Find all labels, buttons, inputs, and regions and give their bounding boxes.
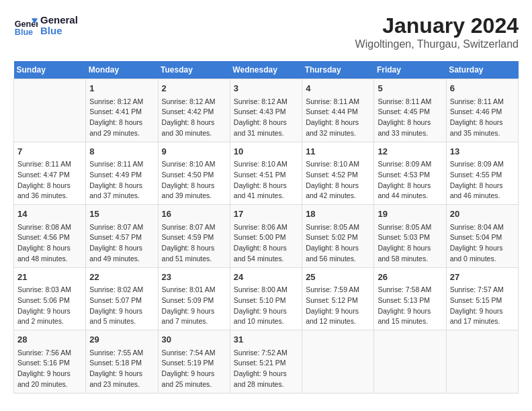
day-info: and 15 minutes. [378,316,442,327]
week-row-1: 1Sunrise: 8:12 AMSunset: 4:41 PMDaylight… [14,79,519,142]
day-cell: 7Sunrise: 8:11 AMSunset: 4:47 PMDaylight… [14,142,86,205]
day-info: Sunrise: 7:52 AM [234,348,298,359]
day-cell: 2Sunrise: 8:12 AMSunset: 4:42 PMDaylight… [158,79,230,142]
day-cell: 31Sunrise: 7:52 AMSunset: 5:21 PMDayligh… [230,330,302,394]
day-number: 10 [234,145,298,158]
day-info: Sunset: 5:19 PM [162,358,226,369]
day-info: Sunset: 4:43 PM [234,107,298,118]
day-info: Sunset: 4:47 PM [17,170,82,181]
day-number: 18 [306,208,370,221]
day-info: Sunset: 5:07 PM [89,295,154,306]
day-number: 14 [17,208,82,221]
day-info: Sunset: 4:56 PM [17,232,82,243]
day-info: Sunset: 4:45 PM [378,107,442,118]
day-info: Sunrise: 8:10 AM [306,159,370,170]
day-info: Sunrise: 7:59 AM [306,285,370,295]
day-info: Sunrise: 8:05 AM [306,222,370,233]
day-info: Sunrise: 8:11 AM [89,159,154,170]
day-info: Sunrise: 7:54 AM [162,348,226,359]
day-info: Sunrise: 8:09 AM [450,159,515,170]
day-info: and 17 minutes. [450,316,515,327]
day-info: and 37 minutes. [89,191,154,201]
day-cell: 18Sunrise: 8:05 AMSunset: 5:02 PMDayligh… [302,205,374,268]
logo-line2: Blue [40,26,78,37]
day-number: 27 [450,271,515,284]
day-info: Sunrise: 8:06 AM [234,222,298,233]
day-cell: 12Sunrise: 8:09 AMSunset: 4:53 PMDayligh… [374,142,446,205]
day-cell: 14Sunrise: 8:08 AMSunset: 4:56 PMDayligh… [14,205,86,268]
day-info: and 12 minutes. [306,316,370,327]
day-info: Sunrise: 8:03 AM [17,285,82,295]
subtitle: Wigoltingen, Thurgau, Switzerland [355,38,519,50]
day-info: and 35 minutes. [450,128,515,139]
day-number: 29 [89,333,154,347]
day-number: 22 [89,271,154,284]
day-info: Sunrise: 8:10 AM [234,159,298,170]
day-info: Daylight: 8 hours [234,243,298,254]
day-info: and 30 minutes. [162,128,226,139]
day-info: Daylight: 8 hours [378,118,442,128]
day-info: and 5 minutes. [89,316,154,327]
day-info: and 56 minutes. [306,254,370,265]
day-number: 2 [162,82,226,95]
day-cell: 4Sunrise: 8:11 AMSunset: 4:44 PMDaylight… [302,79,374,142]
day-number: 15 [89,208,154,221]
day-number: 6 [450,82,515,95]
week-row-5: 28Sunrise: 7:56 AMSunset: 5:16 PMDayligh… [14,330,519,394]
day-info: Sunset: 4:51 PM [234,170,298,181]
day-info: Daylight: 9 hours [306,306,370,317]
day-info: Daylight: 8 hours [162,118,226,128]
calendar-table: SundayMondayTuesdayWednesdayThursdayFrid… [13,61,519,394]
day-info: Daylight: 8 hours [450,118,515,128]
day-number: 16 [162,208,226,221]
logo: General Blue General Blue [13,13,78,38]
day-info: Sunrise: 8:11 AM [450,97,515,107]
day-info: Sunset: 5:04 PM [450,232,515,243]
day-info: and 33 minutes. [378,128,442,139]
day-number: 25 [306,271,370,284]
day-info: Sunset: 4:44 PM [306,107,370,118]
day-cell [14,79,86,142]
day-number: 11 [306,145,370,158]
day-info: Sunset: 5:06 PM [17,295,82,306]
week-row-2: 7Sunrise: 8:11 AMSunset: 4:47 PMDaylight… [14,142,519,205]
day-info: Sunrise: 7:56 AM [17,348,82,359]
day-info: Daylight: 9 hours [162,306,226,317]
day-info: Sunrise: 8:07 AM [162,222,226,233]
day-cell: 27Sunrise: 7:57 AMSunset: 5:15 PMDayligh… [446,267,518,330]
day-info: Daylight: 8 hours [162,243,226,254]
day-info: and 7 minutes. [162,316,226,327]
main-title: January 2024 [355,13,519,38]
day-info: and 2 minutes. [17,316,82,327]
day-number: 9 [162,145,226,158]
day-number: 26 [378,271,442,284]
day-info: Sunrise: 7:58 AM [378,285,442,295]
day-info: Sunset: 4:53 PM [378,170,442,181]
day-cell: 6Sunrise: 8:11 AMSunset: 4:46 PMDaylight… [446,79,518,142]
day-info: Daylight: 8 hours [17,243,82,254]
day-info: Daylight: 8 hours [89,118,154,128]
day-info: Sunset: 4:57 PM [89,232,154,243]
week-row-4: 21Sunrise: 8:03 AMSunset: 5:06 PMDayligh… [14,267,519,330]
day-info: Daylight: 9 hours [450,306,515,317]
day-info: Sunset: 5:10 PM [234,295,298,306]
day-info: and 49 minutes. [89,254,154,265]
day-info: Sunrise: 8:00 AM [234,285,298,295]
day-info: Sunrise: 8:04 AM [450,222,515,233]
day-info: Sunset: 5:16 PM [17,358,82,369]
day-info: Sunset: 4:52 PM [306,170,370,181]
day-info: and 31 minutes. [234,128,298,139]
day-number: 13 [450,145,515,158]
day-cell: 26Sunrise: 7:58 AMSunset: 5:13 PMDayligh… [374,267,446,330]
day-info: Sunrise: 8:07 AM [89,222,154,233]
day-info: Sunset: 5:00 PM [234,232,298,243]
day-cell: 5Sunrise: 8:11 AMSunset: 4:45 PMDaylight… [374,79,446,142]
day-info: Daylight: 9 hours [378,306,442,317]
day-number: 3 [234,82,298,95]
day-number: 4 [306,82,370,95]
day-cell: 15Sunrise: 8:07 AMSunset: 4:57 PMDayligh… [86,205,158,268]
day-info: Sunrise: 8:12 AM [162,97,226,107]
day-cell: 3Sunrise: 8:12 AMSunset: 4:43 PMDaylight… [230,79,302,142]
day-info: and 32 minutes. [306,128,370,139]
day-info: Sunset: 5:12 PM [306,295,370,306]
